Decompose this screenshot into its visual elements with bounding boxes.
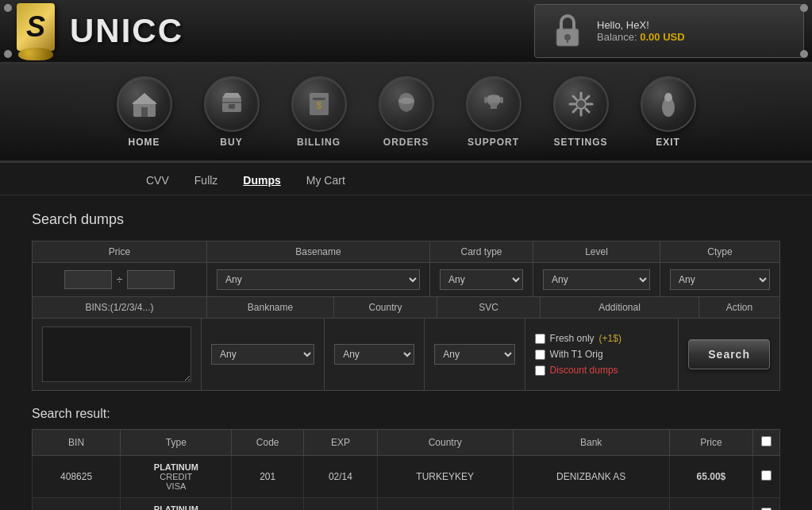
nav-item-home[interactable]: HOME: [101, 70, 188, 154]
level-select[interactable]: Any: [543, 269, 650, 290]
cell-bank: ING BANK AS: [513, 498, 669, 511]
price-divider: ÷: [117, 273, 123, 286]
submenu-cvv[interactable]: CVV: [143, 172, 172, 188]
cardtype-select[interactable]: Any: [440, 269, 523, 290]
country-select-cell: Any: [325, 319, 425, 390]
cell-bin: 420324: [33, 498, 121, 511]
basename-header: Basename: [207, 241, 430, 262]
search-form: Price Basename Card type Level Ctype ÷ A…: [32, 241, 780, 391]
balance-value: 0.00 USD: [640, 31, 684, 43]
lock-icon: [550, 11, 585, 51]
with-t1-checkbox[interactable]: [535, 350, 545, 360]
svg-line-23: [573, 96, 576, 99]
ctype-cell: Any: [660, 263, 779, 296]
fresh-only-checkbox[interactable]: [535, 334, 545, 344]
submenu-fullz[interactable]: Fullz: [191, 172, 221, 188]
nav-label-billing: BILLING: [297, 137, 341, 148]
action-header: Action: [699, 297, 779, 318]
greeting-text: Hello, HeX!: [597, 19, 649, 31]
discount-checkbox-label[interactable]: Discount dumps: [535, 365, 618, 376]
header-user-info: Hello, HeX! Balance: 0.00 USD: [597, 19, 685, 43]
header-greeting: Hello, HeX!: [597, 19, 685, 31]
cell-code: 201: [232, 498, 303, 511]
ctype-select[interactable]: Any: [670, 269, 770, 290]
svc-header: SVC: [437, 297, 541, 318]
settings-icon: [553, 76, 609, 132]
search-inputs-row1: ÷ Any Any Any Any: [33, 263, 779, 297]
corner-bl: [4, 50, 12, 58]
price-max-input[interactable]: [127, 270, 175, 289]
col-exp: EXP: [303, 430, 377, 456]
nav-item-support[interactable]: SUPPORT: [450, 70, 537, 154]
country-header: Country: [334, 297, 437, 318]
col-bank: Bank: [513, 430, 669, 456]
logo-s-letter: S: [17, 3, 55, 51]
nav-label-settings: SETTINGS: [553, 137, 607, 148]
nav-label-home: HOME: [129, 137, 160, 148]
discount-checkbox[interactable]: [535, 365, 545, 376]
svc-select[interactable]: Any: [434, 344, 514, 365]
col-price: Price: [669, 430, 752, 456]
bins-header: BINS: (1/2/3/4...): [33, 297, 207, 318]
submenu-mycart[interactable]: My Cart: [303, 172, 348, 188]
submenu-dumps[interactable]: Dumps: [240, 172, 283, 188]
col-bin: BIN: [33, 430, 121, 456]
table-row: 420324 PLATINUM CREDIT 201 03/17 TURKEYK…: [33, 498, 780, 511]
with-t1-checkbox-label[interactable]: With T1 Orig: [535, 349, 603, 360]
cell-country: TURKEYKEY: [377, 498, 513, 511]
svg-line-24: [586, 109, 589, 112]
level-cell: Any: [533, 263, 660, 296]
bins-textarea[interactable]: [42, 326, 191, 382]
price-min-input[interactable]: [64, 270, 112, 289]
col-type: Type: [121, 430, 232, 456]
nav-item-orders[interactable]: ORDERS: [363, 70, 450, 154]
price-cell: ÷: [33, 263, 207, 296]
nav-bar: HOME BUY $ BILLING ORDERS SUPPORT SETTIN…: [0, 64, 812, 163]
support-icon: [466, 76, 521, 132]
basename-select[interactable]: Any: [217, 269, 420, 290]
svg-point-13: [398, 98, 414, 104]
results-header-row: BIN Type Code EXP Country Bank Price: [33, 430, 780, 456]
svg-text:$: $: [316, 100, 321, 111]
logo-icon: S: [8, 3, 63, 59]
svg-rect-17: [500, 97, 503, 103]
svg-point-18: [576, 99, 586, 109]
search-button[interactable]: Search: [688, 339, 770, 369]
lock-icon-wrap: [548, 11, 587, 51]
fresh-only-checkbox-label[interactable]: Fresh only (+1$): [535, 333, 622, 344]
svg-marker-4: [132, 93, 157, 104]
cell-checkbox: [753, 498, 780, 511]
col-select: [753, 430, 780, 456]
nav-item-settings[interactable]: SETTINGS: [537, 70, 625, 154]
nav-label-support: SUPPORT: [468, 137, 519, 148]
level-header: Level: [533, 241, 660, 262]
nav-item-billing[interactable]: $ BILLING: [275, 70, 363, 154]
svg-point-15: [493, 95, 501, 103]
country-select[interactable]: Any: [334, 344, 414, 365]
corner-br: [800, 50, 808, 58]
search-header-row2: BINS: (1/2/3/4...) Bankname Country SVC …: [33, 297, 779, 319]
cell-exp: 03/17: [303, 498, 377, 511]
svg-line-26: [573, 109, 576, 112]
exit-icon: [641, 76, 696, 132]
select-all-checkbox[interactable]: [761, 436, 772, 446]
orders-icon: [379, 76, 434, 132]
row-select-checkbox[interactable]: [761, 470, 772, 481]
home-icon: [117, 76, 172, 132]
additional-header: Additional: [541, 297, 699, 318]
fresh-plus-label: (+1$): [599, 333, 622, 344]
nav-item-buy[interactable]: BUY: [188, 70, 275, 154]
bankname-select[interactable]: Any: [211, 344, 314, 365]
price-inputs: ÷: [64, 270, 175, 289]
nav-label-exit: EXIT: [656, 137, 680, 148]
header: S UNICC Hello, HeX! Balance: 0.00 USD: [0, 0, 812, 64]
search-title: Search dumps: [32, 211, 780, 228]
nav-item-exit[interactable]: EXIT: [625, 70, 712, 154]
corner-tl: [4, 4, 12, 12]
bankname-select-cell: Any: [202, 319, 325, 390]
nav-label-buy: BUY: [220, 137, 242, 148]
logo-brand-name: UNICC: [70, 12, 183, 50]
search-inputs-row2: Any Any Any Fresh only (+1$): [33, 319, 779, 390]
svg-rect-6: [222, 98, 241, 112]
cell-type: PLATINUM CREDIT: [121, 498, 232, 511]
